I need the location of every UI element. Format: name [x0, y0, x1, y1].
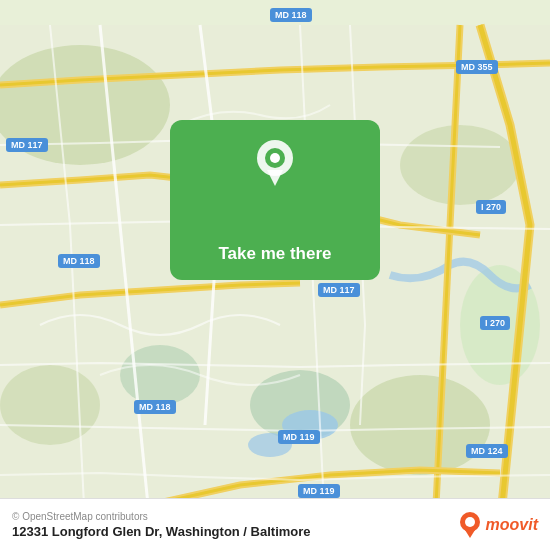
road-badge-md117-left: MD 117: [6, 138, 48, 152]
road-badge-md119-left: MD 119: [278, 430, 320, 444]
moovit-logo: moovit: [458, 511, 538, 539]
svg-marker-16: [465, 530, 475, 538]
road-badge-md355: MD 355: [456, 60, 498, 74]
road-badge-md124: MD 124: [466, 444, 508, 458]
road-badge-i270-lower: I 270: [480, 316, 510, 330]
take-me-there-button[interactable]: Take me there: [185, 232, 365, 280]
svg-marker-13: [267, 170, 283, 186]
road-badge-md119-right: MD 119: [298, 484, 340, 498]
address-text: 12331 Longford Glen Dr, Washington / Bal…: [12, 524, 458, 539]
copyright-text: © OpenStreetMap contributors: [12, 511, 458, 522]
moovit-pin-icon: [458, 511, 482, 539]
svg-point-15: [465, 517, 475, 527]
road-badge-i270-upper: I 270: [476, 200, 506, 214]
map-pin-icon: [255, 140, 295, 190]
svg-point-12: [270, 153, 280, 163]
road-badge-md117-mid: MD 117: [318, 283, 360, 297]
road-badge-md118-top: MD 118: [270, 8, 312, 22]
road-badge-md118-lower: MD 118: [134, 400, 176, 414]
footer-bar: © OpenStreetMap contributors 12331 Longf…: [0, 498, 550, 550]
road-badge-md118-mid: MD 118: [58, 254, 100, 268]
map-container: MD 118 MD 117 MD 355 I 270 I 270 MD 118 …: [0, 0, 550, 550]
moovit-text: moovit: [486, 516, 538, 534]
